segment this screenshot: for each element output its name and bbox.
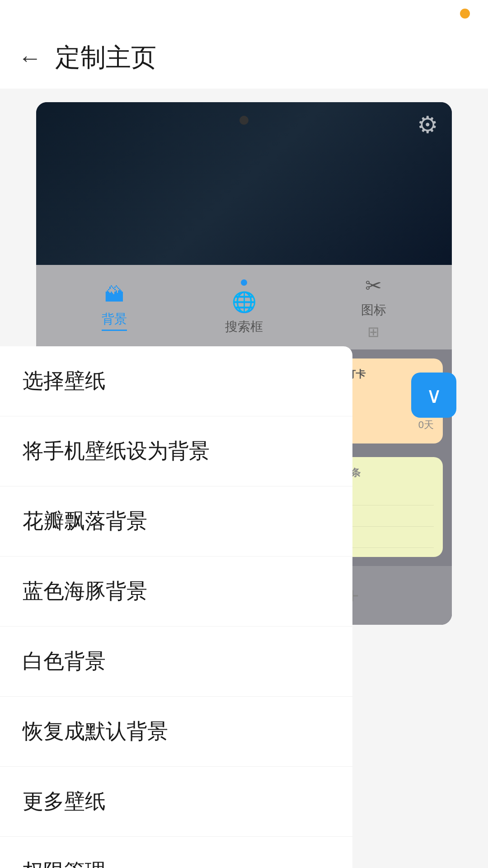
searchbox-tab-icon: 🌐 xyxy=(232,290,257,314)
gear-icon[interactable]: ⚙ xyxy=(417,111,438,138)
status-bar xyxy=(0,0,488,27)
menu-item-more-wallpapers[interactable]: 更多壁纸 xyxy=(0,767,352,837)
page-title: 定制主页 xyxy=(55,41,156,75)
menu-item-permission-mgmt[interactable]: 权限管理 xyxy=(0,837,352,868)
tab-background[interactable]: 🏔 背景 xyxy=(50,283,179,331)
camera-dot xyxy=(239,116,249,125)
menu-item-blue-dolphin-bg[interactable]: 蓝色海豚背景 xyxy=(0,557,352,627)
background-tab-icon: 🏔 xyxy=(104,283,124,306)
menu-item-restore-default-bg[interactable]: 恢复成默认背景 xyxy=(0,697,352,767)
menu-item-set-phone-wallpaper[interactable]: 将手机壁纸设为背景 xyxy=(0,416,352,486)
back-button[interactable]: ← xyxy=(18,46,42,70)
preview-wrapper: ⚙ 🏔 背景 🌐 搜索框 ✂ 图标 ⊞ xyxy=(0,102,488,625)
background-tab-label: 背景 xyxy=(102,311,127,331)
searchbox-tab-label: 搜索框 xyxy=(225,318,263,335)
menu-item-choose-wallpaper[interactable]: 选择壁纸 xyxy=(0,346,352,416)
status-indicator xyxy=(460,9,470,19)
menu-item-petal-bg[interactable]: 花瓣飘落背景 xyxy=(0,486,352,557)
icons-tab-label: 图标 xyxy=(361,302,386,319)
menu-overlay: 选择壁纸 将手机壁纸设为背景 花瓣飘落背景 蓝色海豚背景 白色背景 恢复成默认背… xyxy=(0,346,352,868)
preview-tabs: 🏔 背景 🌐 搜索框 ✂ 图标 ⊞ xyxy=(36,265,452,349)
icons-tab-icon: ✂ xyxy=(365,274,382,297)
tab-searchbox[interactable]: 🌐 搜索框 xyxy=(179,279,309,335)
expand-button[interactable]: ∨ xyxy=(411,373,456,418)
checkin-3-count: 0天 xyxy=(418,418,434,432)
menu-item-white-bg[interactable]: 白色背景 xyxy=(0,627,352,697)
searchbox-tab-dot xyxy=(241,279,247,286)
chevron-down-icon: ∨ xyxy=(426,382,442,408)
header: ← 定制主页 xyxy=(0,27,488,89)
preview-dark-area: ⚙ xyxy=(36,102,452,265)
tab-icons[interactable]: ✂ 图标 ⊞ xyxy=(309,274,438,340)
